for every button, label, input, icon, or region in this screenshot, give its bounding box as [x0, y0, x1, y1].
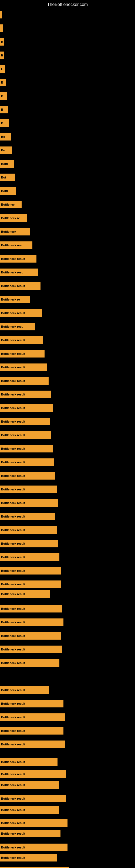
bar-label: Bottleneck result — [1, 743, 25, 746]
bar-label: Bottleneck result — [1, 846, 25, 849]
bar-item: Bottleneck result — [0, 553, 59, 561]
bar-item: Bottleneck result — [0, 404, 53, 412]
bar-item: Bottl — [0, 187, 16, 195]
bar-label: Bottleneck result — [1, 688, 25, 692]
bar-label: Bottleneck re — [1, 216, 20, 220]
bar-label: Bottleneck result — [1, 433, 25, 437]
bar-item: B — [0, 106, 8, 113]
bar-label: B — [1, 40, 3, 43]
bar-item: B — [0, 79, 6, 86]
bar-item: Bottleneck result — [0, 686, 49, 694]
bar-item: Bottleneck result — [0, 659, 59, 667]
site-title: TheBottlenecker.com — [0, 0, 135, 9]
bar-label: F — [1, 67, 3, 70]
bar-item: Bottleneck result — [0, 364, 47, 371]
bar-label: Bottleneck result — [1, 393, 25, 396]
bar-item: Bottlenec — [0, 201, 21, 208]
bar-item: Bottleneck result — [0, 819, 68, 827]
bar-item: Bottleneck result — [0, 526, 57, 534]
bar-item: Bottleneck result — [0, 741, 65, 748]
bar-label: Bottl — [1, 189, 8, 193]
bar-label: Bottleneck resu — [1, 244, 24, 247]
bar-label: Bottleneck result — [1, 542, 25, 545]
bar-label: Bottleneck result — [1, 832, 25, 835]
bar-label: Bottleneck result — [1, 607, 25, 610]
bar-label: Bottleneck result — [1, 760, 25, 764]
bar-label: Bottleneck result — [1, 592, 25, 596]
bar-item: Bottleneck result — [0, 713, 65, 721]
bar-item: Bottleneck result — [0, 486, 57, 493]
bar-label: Bottleneck result — [1, 856, 25, 859]
bar-item: Bottleneck result — [0, 830, 60, 837]
bar-label: Bottleneck result — [1, 797, 25, 800]
bar-item: Bottleneck result — [0, 282, 41, 290]
bar-item: Bottleneck result — [0, 431, 51, 439]
bar-item: Bottleneck result — [0, 472, 55, 479]
bar-label: Bottleneck result — [1, 311, 25, 315]
bar-item: Bottleneck result — [0, 590, 50, 598]
bar-label: Bot — [1, 176, 6, 179]
bar-item: Bottleneck resu — [0, 323, 35, 330]
bar-item: Bottleneck result — [0, 618, 63, 626]
bar-label: Bottleneck result — [1, 783, 25, 786]
bar-item: Bottleneck result — [0, 499, 58, 507]
bar-item: Bottleneck result — [0, 806, 59, 814]
bar-item: Bottleneck result — [0, 605, 62, 613]
bar-item: Bottl — [0, 160, 14, 167]
bar-item: Bo — [0, 133, 11, 141]
bar-label: Bottleneck result — [1, 257, 25, 260]
bar-item: Bottleneck result — [0, 350, 45, 358]
bar-item: F — [0, 65, 5, 73]
bar-label: Bottleneck result — [1, 420, 25, 423]
bar-label: Bottleneck result — [1, 488, 25, 491]
bar-label: Bottleneck — [1, 230, 16, 233]
bar-item: Bottleneck result — [0, 700, 63, 707]
bar-item — [0, 24, 3, 32]
bar-label: Bottleneck result — [1, 447, 25, 450]
bar-item: Bottleneck result — [0, 255, 37, 262]
bar-label: Bottleneck result — [1, 569, 25, 572]
bar-label: Bottlenec — [1, 203, 14, 206]
bar-item: Bottleneck — [0, 228, 30, 236]
bar-item: Bottleneck result — [0, 727, 63, 735]
bar-label: Bottleneck result — [1, 583, 25, 586]
bar-item: Bottleneck result — [0, 632, 61, 640]
bar-label: Bottleneck result — [1, 406, 25, 410]
bar-label: Bottleneck result — [1, 808, 25, 812]
bar-item: Bottleneck result — [0, 513, 55, 520]
bar-item: Bottleneck result — [0, 781, 59, 789]
bar-label: Bottleneck result — [1, 461, 25, 464]
bar-label: Bottleneck result — [1, 716, 25, 719]
bar-label: Bottleneck result — [1, 661, 25, 664]
bar-item: Bottleneck result — [0, 758, 57, 766]
bar-item: Bottleneck result — [0, 309, 42, 317]
bar-label: Bottleneck result — [1, 474, 25, 477]
bar-label: Bottleneck resu — [1, 325, 24, 328]
bar-item: Bottleneck result — [0, 795, 66, 802]
bar-label: Bottleneck result — [1, 702, 25, 705]
bar-label: Bottleneck result — [1, 352, 25, 355]
bar-item: Bottleneck resu — [0, 241, 32, 249]
bar-item: Bottleneck result — [0, 581, 61, 588]
bar-item: Bottleneck result — [0, 854, 57, 862]
bar-label: Bottleneck result — [1, 366, 25, 369]
bar-label: Bottleneck re — [1, 298, 20, 301]
bar-item: E — [0, 52, 4, 59]
bar-label: Bottleneck result — [1, 634, 25, 638]
bar-item: B — [0, 119, 9, 127]
bar-item: Bottleneck result — [0, 867, 69, 868]
bar-label: Bottl — [1, 162, 8, 165]
bar-label: Bottleneck result — [1, 621, 25, 624]
bar-item — [0, 11, 2, 19]
bar-item: Bottleneck result — [0, 567, 61, 575]
bar-label: Bottleneck result — [1, 556, 25, 559]
bar-label: Bottleneck resu — [1, 271, 24, 274]
bar-item: Bottleneck result — [0, 445, 53, 453]
bar-item: Bottleneck result — [0, 540, 58, 547]
bar-label: B — [1, 94, 3, 98]
bar-label: Bottleneck result — [1, 773, 25, 776]
bar-item: Bottleneck result — [0, 391, 51, 398]
bar-label: Bottleneck result — [1, 528, 25, 532]
bar-item: Bottleneck result — [0, 377, 49, 384]
bar-label: Bottleneck result — [1, 339, 25, 342]
